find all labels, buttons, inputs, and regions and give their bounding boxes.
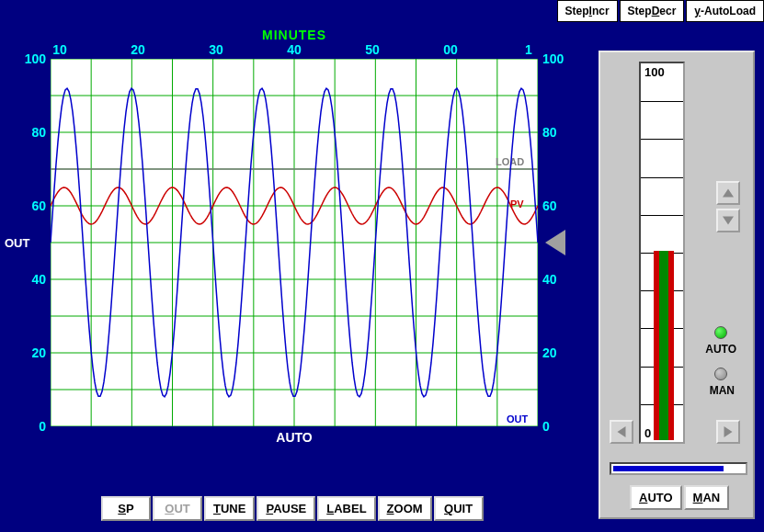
bar-green-fill [659, 251, 668, 440]
marker-triangle-icon[interactable] [545, 230, 565, 255]
man-led-label: MAN [710, 384, 735, 397]
pause-button[interactable]: PAUSE [257, 496, 315, 521]
mode-buttons: AUTO MAN [630, 485, 729, 510]
auto-mode-button[interactable]: AUTO [630, 485, 682, 510]
label-button[interactable]: LABEL [317, 496, 375, 521]
step-incr-tab[interactable]: StepIncr [557, 0, 618, 22]
horizontal-slider[interactable] [610, 462, 747, 475]
svg-text:LOAD: LOAD [496, 156, 524, 167]
x-axis-title: MINUTES [9, 28, 579, 42]
status-text: AUTO [9, 430, 579, 445]
svg-text:PV: PV [510, 198, 524, 209]
bar-bottom-value: 0 [644, 426, 651, 440]
arrow-left-button[interactable] [610, 420, 633, 444]
app-window: StepIncr StepDecr y-AutoLoad MINUTES 10 … [0, 0, 764, 532]
svg-text:OUT: OUT [507, 413, 529, 424]
out-button[interactable]: OUT [153, 496, 202, 521]
autoload-tab[interactable]: y-AutoLoad [686, 0, 764, 22]
y-left-label: OUT [5, 236, 29, 250]
arrow-up-button[interactable] [716, 181, 740, 205]
top-tabs: StepIncr StepDecr y-AutoLoad [557, 0, 764, 22]
man-mode-button[interactable]: MAN [684, 485, 730, 510]
auto-led-icon [714, 326, 727, 339]
side-panel: 100 0 AUTO MAN AUTO MAN [599, 51, 755, 519]
x-ticks: 10 20 30 40 50 00 1 [9, 42, 579, 59]
button-row: SP OUT TUNE PAUSE LABEL ZOOM QUIT [101, 496, 484, 521]
auto-led-label: AUTO [705, 343, 736, 356]
arrow-right-button[interactable] [716, 420, 740, 444]
plot-wrap: 100 80 60 40 20 0 OUT 100 80 60 40 20 0 … [9, 59, 579, 426]
slider-fill [613, 466, 724, 471]
man-led-icon [714, 368, 727, 380]
arrow-down-button[interactable] [716, 209, 740, 232]
chart-area: MINUTES 10 20 30 40 50 00 1 100 80 60 40… [9, 28, 579, 469]
tune-button[interactable]: TUNE [204, 496, 255, 521]
step-decr-tab[interactable]: StepDecr [620, 0, 685, 22]
bar-gauge: 100 0 [639, 62, 685, 444]
sp-button[interactable]: SP [101, 496, 151, 521]
quit-button[interactable]: QUIT [434, 496, 484, 521]
plot-canvas: LOADPVOUT [51, 59, 538, 426]
bar-top-value: 100 [644, 65, 665, 79]
zoom-button[interactable]: ZOOM [378, 496, 432, 521]
